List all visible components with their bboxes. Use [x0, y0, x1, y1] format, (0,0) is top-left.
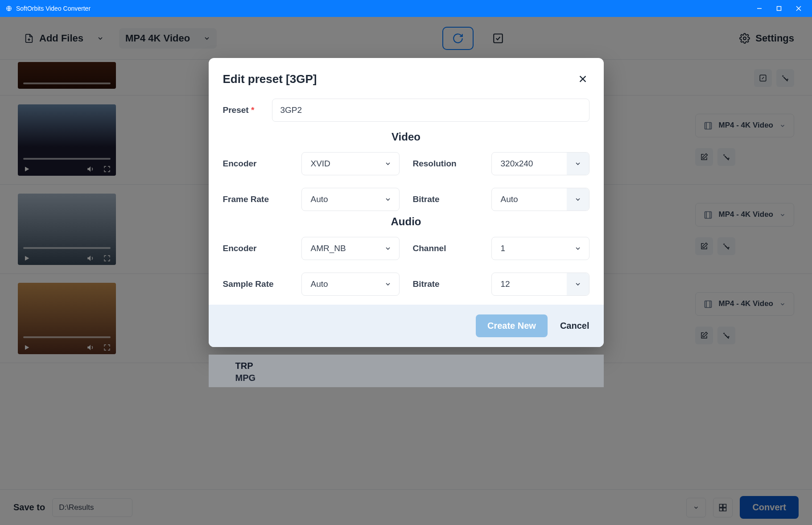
window-close-button[interactable] — [794, 4, 803, 13]
app-icon — [5, 5, 12, 12]
audio-bitrate-label: Bitrate — [413, 279, 484, 289]
chevron-down-icon — [567, 237, 589, 260]
chevron-down-icon — [567, 153, 589, 175]
chevron-down-icon — [567, 188, 589, 211]
format-dropdown-overflow[interactable]: TRP MPG — [209, 355, 604, 387]
resolution-label: Resolution — [413, 159, 484, 169]
close-icon — [578, 74, 588, 84]
preset-label: Preset * — [223, 105, 263, 115]
samplerate-select[interactable]: Auto — [301, 273, 400, 296]
format-option-trp[interactable]: TRP — [235, 361, 577, 371]
audio-encoder-select[interactable]: AMR_NB — [301, 237, 400, 260]
chevron-down-icon — [377, 153, 399, 175]
svg-rect-2 — [777, 7, 781, 11]
audio-bitrate-select[interactable]: 12 — [491, 273, 589, 296]
window-maximize-button[interactable] — [775, 4, 783, 13]
framerate-select[interactable]: Auto — [301, 188, 400, 211]
video-encoder-label: Encoder — [223, 159, 294, 169]
chevron-down-icon — [567, 273, 589, 295]
edit-preset-dialog: Edit preset [3GP] Preset * Video Encoder… — [209, 58, 604, 347]
samplerate-label: Sample Rate — [223, 279, 294, 289]
audio-section-heading: Audio — [223, 215, 589, 228]
format-option-mpg[interactable]: MPG — [235, 373, 577, 383]
video-encoder-select[interactable]: XVID — [301, 152, 400, 175]
framerate-label: Frame Rate — [223, 194, 294, 204]
video-section-heading: Video — [223, 131, 589, 143]
window-title: SoftOrbits Video Converter — [16, 5, 755, 12]
create-new-button[interactable]: Create New — [476, 314, 548, 337]
video-bitrate-label: Bitrate — [413, 194, 484, 204]
resolution-select[interactable]: 320x240 — [491, 152, 589, 175]
window-titlebar: SoftOrbits Video Converter — [0, 0, 812, 17]
dialog-close-button[interactable] — [576, 72, 589, 86]
chevron-down-icon — [377, 273, 399, 295]
video-bitrate-select[interactable]: Auto — [491, 188, 589, 211]
window-minimize-button[interactable] — [755, 4, 764, 13]
dialog-title: Edit preset [3GP] — [223, 72, 576, 86]
channel-label: Channel — [413, 244, 484, 253]
chevron-down-icon — [377, 188, 399, 211]
cancel-button[interactable]: Cancel — [560, 321, 589, 331]
chevron-down-icon — [377, 237, 399, 260]
audio-encoder-label: Encoder — [223, 244, 294, 253]
channel-select[interactable]: 1 — [491, 237, 589, 260]
preset-name-input[interactable] — [272, 99, 589, 122]
